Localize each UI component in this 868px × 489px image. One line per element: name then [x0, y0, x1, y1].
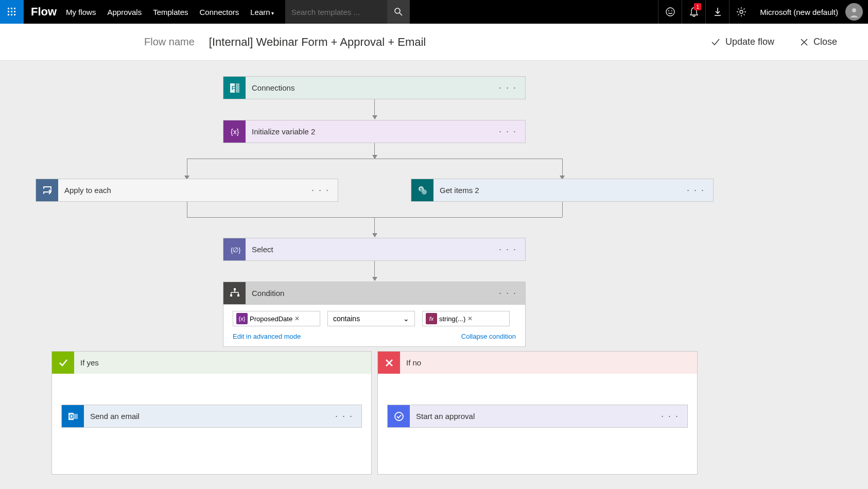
connector	[562, 159, 563, 177]
remove-token-icon[interactable]: ✕	[467, 315, 473, 322]
close-icon	[800, 38, 808, 46]
svg-rect-6	[8, 14, 9, 15]
app-launcher[interactable]	[0, 0, 24, 24]
svg-rect-24	[234, 288, 236, 290]
svg-rect-2	[14, 8, 15, 9]
fx-token-icon: fx	[426, 313, 437, 324]
notifications-button[interactable]: 1	[682, 0, 705, 24]
card-title: Start an approval	[410, 412, 653, 421]
nav-templates[interactable]: Templates	[153, 8, 188, 16]
svg-point-34	[395, 412, 403, 421]
connector	[562, 202, 563, 217]
nav-connectors[interactable]: Connectors	[200, 8, 239, 16]
flow-name-label: Flow name	[144, 36, 195, 48]
svg-rect-3	[8, 11, 9, 12]
token-text: ProposedDate	[250, 315, 292, 323]
svg-point-9	[395, 8, 400, 13]
card-select[interactable]: {∅} Select · · ·	[223, 238, 526, 261]
card-apply-to-each[interactable]: Apply to each · · ·	[36, 179, 338, 202]
outlook-icon: O	[62, 405, 84, 427]
nav-learn[interactable]: Learn▾	[250, 8, 273, 16]
gear-icon	[736, 7, 747, 17]
svg-rect-4	[11, 11, 12, 12]
check-icon	[711, 38, 720, 47]
notification-badge: 1	[694, 3, 701, 10]
connector	[187, 159, 187, 177]
branch-if-yes: If yes O Send an email · · ·	[51, 351, 372, 475]
download-icon	[714, 7, 722, 16]
tenant-label[interactable]: Microsoft (new default)	[753, 8, 845, 16]
close-icon	[378, 352, 400, 374]
svg-rect-7	[11, 14, 12, 15]
card-connections[interactable]: F Connections · · ·	[223, 76, 526, 99]
variable-icon: {x}	[223, 120, 246, 143]
condition-operator-dropdown[interactable]: contains ⌄	[327, 311, 415, 326]
download-button[interactable]	[705, 0, 729, 24]
card-get-items[interactable]: S Get items 2 · · ·	[411, 179, 714, 202]
card-title: Send an email	[84, 412, 327, 421]
token-text: string(...)	[439, 315, 465, 323]
connector-arrow	[374, 99, 375, 119]
waffle-icon	[8, 8, 16, 16]
connector	[374, 217, 375, 237]
card-title: Initialize variable 2	[246, 127, 491, 136]
sharepoint-icon: S	[411, 179, 433, 201]
condition-left-operand[interactable]: {x} ProposedDate ✕	[233, 311, 320, 326]
svg-rect-29	[230, 294, 232, 296]
card-menu[interactable]: · · ·	[491, 82, 525, 93]
collapse-condition-link[interactable]: Collapse condition	[461, 333, 516, 340]
svg-rect-0	[8, 8, 9, 9]
svg-text:F: F	[232, 85, 235, 91]
flow-name-value[interactable]: [Internal] Webinar Form + Approval + Ema…	[209, 36, 426, 49]
card-menu[interactable]: · · ·	[303, 185, 338, 196]
svg-text:O: O	[70, 414, 74, 420]
svg-text:{∅}: {∅}	[231, 246, 240, 254]
card-init-variable[interactable]: {x} Initialize variable 2 · · ·	[223, 120, 526, 143]
remove-token-icon[interactable]: ✕	[294, 315, 300, 322]
brand-name: Flow	[24, 5, 66, 19]
card-condition[interactable]: Condition · · · {x} ProposedDate ✕ conta…	[223, 282, 526, 347]
nav-approvals[interactable]: Approvals	[107, 8, 142, 16]
loop-icon	[36, 179, 58, 201]
edit-advanced-link[interactable]: Edit in advanced mode	[233, 333, 301, 340]
svg-point-14	[740, 10, 743, 13]
svg-rect-5	[14, 11, 15, 12]
avatar[interactable]	[845, 3, 863, 21]
variable-token-icon: {x}	[236, 313, 248, 324]
approval-icon	[388, 405, 410, 427]
svg-rect-1	[11, 8, 12, 9]
card-menu[interactable]: · · ·	[679, 185, 713, 196]
branch-title: If no	[400, 358, 697, 367]
condition-right-operand[interactable]: fx string(...) ✕	[422, 311, 510, 326]
card-title: Connections	[246, 83, 491, 92]
search-icon	[394, 7, 403, 16]
card-title: Select	[246, 245, 491, 254]
svg-point-15	[852, 8, 856, 12]
update-flow-button[interactable]: Update flow	[711, 37, 774, 47]
svg-text:S: S	[420, 187, 423, 192]
card-menu[interactable]: · · ·	[491, 244, 525, 255]
card-menu[interactable]: · · ·	[491, 288, 525, 299]
card-menu[interactable]: · · ·	[491, 126, 525, 137]
card-send-email[interactable]: O Send an email · · ·	[61, 405, 362, 428]
settings-button[interactable]	[729, 0, 753, 24]
connector	[374, 261, 375, 281]
card-menu[interactable]: · · ·	[327, 411, 361, 422]
connector	[187, 159, 562, 159]
nav-my-flows[interactable]: My flows	[66, 8, 96, 16]
svg-line-10	[400, 13, 402, 15]
svg-rect-8	[14, 14, 15, 15]
feedback-button[interactable]	[658, 0, 682, 24]
svg-point-12	[668, 10, 669, 11]
search-button[interactable]	[387, 0, 410, 24]
svg-rect-17	[236, 83, 239, 93]
search-input[interactable]	[291, 8, 381, 16]
card-menu[interactable]: · · ·	[653, 411, 687, 422]
check-icon	[52, 352, 74, 374]
chevron-down-icon: ⌄	[403, 315, 409, 323]
search-box[interactable]	[285, 0, 387, 24]
svg-text:{x}: {x}	[231, 128, 239, 136]
condition-icon	[223, 282, 246, 304]
card-start-approval[interactable]: Start an approval · · ·	[387, 405, 688, 428]
close-button[interactable]: Close	[800, 37, 837, 47]
